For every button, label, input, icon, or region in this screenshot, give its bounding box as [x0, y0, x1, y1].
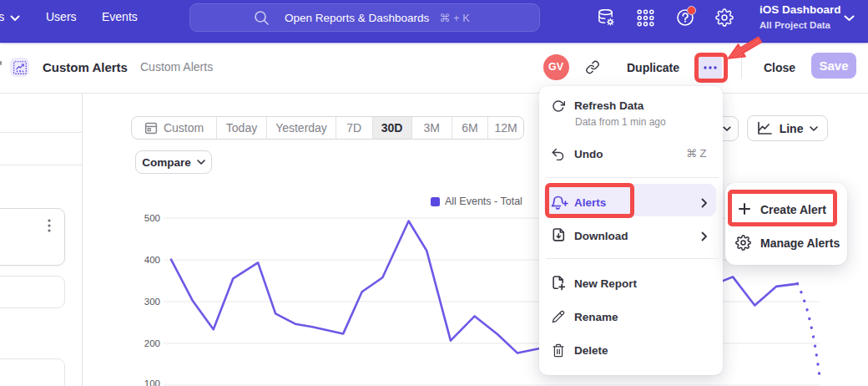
- svg-text:400: 400: [144, 255, 160, 265]
- svg-text:500: 500: [144, 213, 160, 223]
- svg-text:300: 300: [144, 297, 160, 307]
- svg-text:100: 100: [144, 378, 160, 386]
- svg-text:200: 200: [144, 338, 160, 348]
